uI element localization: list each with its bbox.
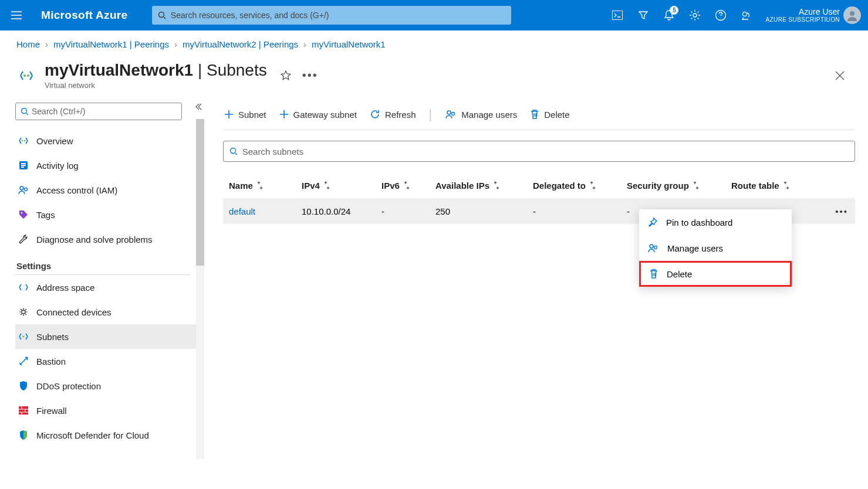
crumb-vnet1-peerings[interactable]: myVirtualNetwork1 | Peerings bbox=[53, 39, 169, 49]
table-header-row: Name IPv4 IPv6 Available IPs Delegated t… bbox=[223, 172, 855, 198]
svg-point-17 bbox=[21, 212, 23, 214]
add-gateway-subnet-button[interactable]: Gateway subnet bbox=[279, 110, 357, 120]
cell-name[interactable]: default bbox=[223, 206, 302, 216]
add-subnet-button[interactable]: Subnet bbox=[224, 110, 266, 120]
sidebar-item-label: Address space bbox=[36, 283, 94, 293]
global-search-input[interactable] bbox=[171, 11, 506, 20]
page-title-bar: myVirtualNetwork1 | Subnets Virtual netw… bbox=[0, 61, 868, 90]
bastion-icon bbox=[16, 354, 31, 368]
svg-rect-14 bbox=[21, 167, 24, 168]
svg-point-22 bbox=[452, 113, 455, 116]
sidebar-item-label: Diagnose and solve problems bbox=[36, 235, 153, 244]
favorite-star-icon[interactable] bbox=[280, 70, 292, 82]
crumb-home[interactable]: Home bbox=[16, 39, 40, 49]
col-route[interactable]: Route table bbox=[731, 181, 825, 191]
svg-rect-20 bbox=[19, 406, 28, 415]
col-delegated[interactable]: Delegated to bbox=[533, 181, 627, 191]
svg-rect-13 bbox=[21, 165, 26, 166]
sidebar-item-label: Access control (IAM) bbox=[36, 185, 117, 195]
sidebar-item-connected-devices[interactable]: Connected devices bbox=[15, 300, 196, 324]
help-icon[interactable] bbox=[708, 2, 734, 28]
svg-point-18 bbox=[22, 310, 25, 314]
sidebar-item-address-space[interactable]: Address space bbox=[15, 275, 196, 300]
hamburger-icon[interactable] bbox=[5, 4, 28, 27]
svg-point-5 bbox=[850, 11, 855, 16]
cell-ipv4: 10.10.0.0/24 bbox=[302, 206, 381, 216]
tag-icon bbox=[16, 208, 31, 222]
sidebar-item-label: Microsoft Defender for Cloud bbox=[36, 430, 149, 440]
sidebar-item-ddos[interactable]: DDoS protection bbox=[15, 373, 196, 398]
row-more-icon[interactable]: ••• bbox=[835, 206, 855, 216]
svg-point-0 bbox=[159, 12, 164, 18]
vnet-icon bbox=[16, 66, 36, 86]
sidebar-item-activity-log[interactable]: Activity log bbox=[15, 153, 196, 178]
svg-point-9 bbox=[22, 140, 23, 142]
cloud-shell-icon[interactable] bbox=[604, 2, 630, 28]
context-manage-users[interactable]: Manage users bbox=[639, 235, 792, 261]
sidebar-item-diagnose[interactable]: Diagnose and solve problems bbox=[15, 227, 196, 252]
svg-point-16 bbox=[25, 188, 28, 191]
manage-users-button[interactable]: Manage users bbox=[445, 109, 517, 120]
more-icon[interactable]: ••• bbox=[302, 69, 318, 82]
user-block[interactable]: Azure User AZURE SUBSCRIPTIUON bbox=[765, 7, 840, 24]
sidebar-item-overview[interactable]: Overview bbox=[15, 128, 196, 153]
subnet-search-input[interactable] bbox=[242, 147, 849, 157]
sidebar-item-bastion[interactable]: Bastion bbox=[15, 349, 196, 373]
sidebar-item-label: Tags bbox=[36, 210, 55, 220]
defender-icon bbox=[16, 428, 31, 442]
page-subtitle: Virtual network bbox=[45, 81, 267, 90]
settings-icon[interactable] bbox=[682, 2, 708, 28]
refresh-button[interactable]: Refresh bbox=[370, 109, 416, 120]
svg-point-24 bbox=[650, 244, 653, 248]
svg-point-6 bbox=[23, 74, 26, 77]
cell-delegated: - bbox=[533, 206, 627, 216]
chevron-right-icon: › bbox=[45, 39, 48, 49]
crumb-vnet2-peerings[interactable]: myVirtualNetwork2 | Peerings bbox=[183, 39, 298, 49]
sidebar-search-input[interactable] bbox=[32, 107, 177, 116]
delete-button[interactable]: Delete bbox=[530, 109, 569, 120]
sidebar-item-label: Subnets bbox=[36, 332, 69, 342]
subnet-search[interactable] bbox=[223, 141, 855, 162]
sidebar-item-defender[interactable]: Microsoft Defender for Cloud bbox=[15, 423, 196, 447]
sidebar-item-subnets[interactable]: Subnets bbox=[15, 324, 196, 349]
log-icon bbox=[16, 158, 31, 172]
wrench-icon bbox=[16, 232, 31, 246]
top-bar: Microsoft Azure 5 Azure User AZURE SUBSC… bbox=[0, 0, 868, 30]
crumb-vnet1[interactable]: myVirtualNetwork1 bbox=[312, 39, 386, 49]
col-name[interactable]: Name bbox=[223, 181, 302, 191]
global-search[interactable] bbox=[152, 6, 511, 25]
context-menu: Pin to dashboard Manage users Delete bbox=[639, 209, 792, 287]
address-icon bbox=[16, 280, 31, 294]
cell-ipv6: - bbox=[381, 206, 435, 216]
main-panel: Subnet Gateway subnet Refresh | Manage u… bbox=[190, 90, 868, 487]
close-icon[interactable] bbox=[835, 71, 845, 80]
chevron-right-icon: › bbox=[303, 39, 306, 49]
brand-label[interactable]: Microsoft Azure bbox=[41, 9, 127, 22]
sidebar-item-label: Connected devices bbox=[36, 307, 112, 317]
firewall-icon bbox=[16, 403, 31, 417]
context-pin[interactable]: Pin to dashboard bbox=[639, 209, 792, 235]
col-ipv4[interactable]: IPv4 bbox=[302, 181, 381, 191]
svg-point-10 bbox=[24, 140, 26, 142]
sidebar-item-label: Overview bbox=[36, 136, 73, 146]
col-available[interactable]: Available IPs bbox=[435, 181, 533, 191]
col-security[interactable]: Security group bbox=[627, 181, 731, 191]
context-delete[interactable]: Delete bbox=[639, 261, 792, 287]
svg-point-4 bbox=[743, 12, 747, 16]
avatar-icon[interactable] bbox=[843, 6, 861, 24]
sidebar-item-label: DDoS protection bbox=[36, 381, 101, 391]
subnet-icon bbox=[16, 330, 31, 344]
sidebar-item-firewall[interactable]: Firewall bbox=[15, 398, 196, 423]
vnet-icon bbox=[16, 134, 31, 148]
sidebar-item-access-control[interactable]: Access control (IAM) bbox=[15, 178, 196, 202]
directory-filter-icon[interactable] bbox=[630, 2, 656, 28]
feedback-icon[interactable] bbox=[734, 2, 759, 28]
sidebar-item-label: Bastion bbox=[36, 356, 66, 366]
sidebar-search[interactable] bbox=[15, 103, 182, 120]
notifications-icon[interactable]: 5 bbox=[656, 2, 682, 28]
col-ipv6[interactable]: IPv6 bbox=[381, 181, 435, 191]
sidebar-item-tags[interactable]: Tags bbox=[15, 202, 196, 227]
iam-icon bbox=[16, 183, 31, 197]
svg-rect-1 bbox=[613, 11, 623, 20]
svg-point-8 bbox=[22, 108, 27, 114]
